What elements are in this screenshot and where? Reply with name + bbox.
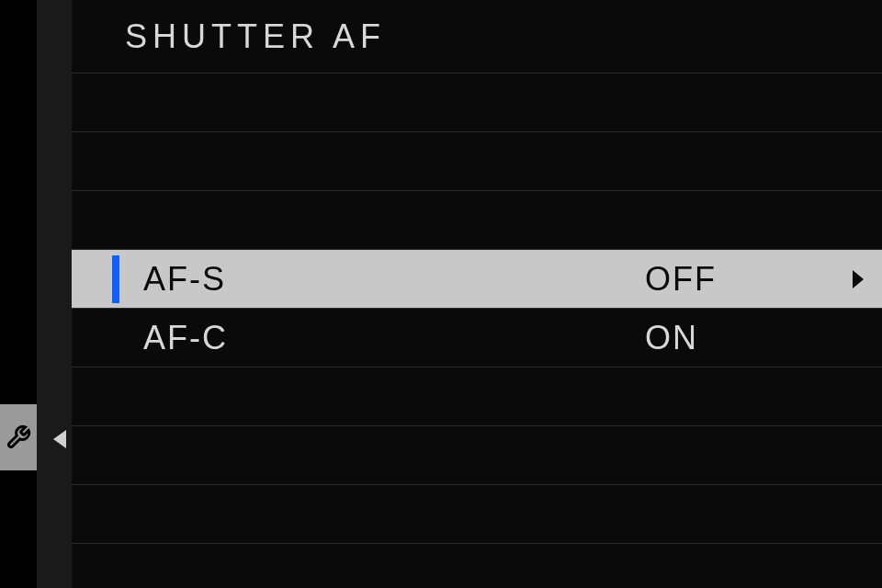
selection-accent — [112, 255, 119, 303]
sidebar — [0, 0, 72, 588]
menu-row-af-c[interactable]: AF-C ON — [72, 309, 882, 368]
menu-row-empty — [72, 74, 882, 132]
menu-row-label: AF-C — [143, 319, 228, 357]
menu-row-value: ON — [645, 319, 698, 357]
menu-row-empty — [72, 368, 882, 426]
menu-row-empty — [72, 485, 882, 544]
sidebar-tab-setup[interactable] — [0, 404, 37, 470]
menu-row-value: OFF — [645, 260, 717, 299]
sidebar-strip — [37, 0, 72, 588]
menu-row-label: AF-S — [143, 260, 226, 299]
page-title: SHUTTER AF — [125, 17, 386, 56]
menu-row-empty — [72, 426, 882, 485]
back-arrow-icon[interactable] — [53, 430, 66, 448]
chevron-right-icon — [853, 270, 864, 288]
menu-list: AF-S OFF AF-C ON — [72, 74, 882, 544]
menu-row-empty — [72, 191, 882, 250]
content-area: SHUTTER AF AF-S OFF AF-C ON — [72, 0, 882, 588]
wrench-icon — [6, 424, 31, 450]
page-header: SHUTTER AF — [72, 0, 882, 74]
menu-row-empty — [72, 132, 882, 191]
menu-row-af-s[interactable]: AF-S OFF — [72, 250, 882, 309]
